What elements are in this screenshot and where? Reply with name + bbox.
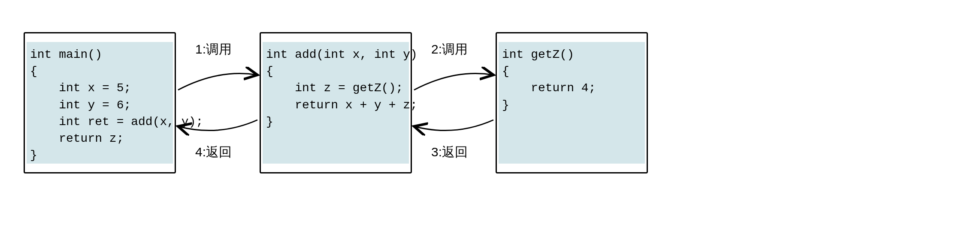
arrow-label-1: 1:调用: [195, 41, 232, 58]
arrow-label-4: 4:返回: [195, 143, 232, 161]
arrow-label-2: 2:调用: [431, 41, 468, 58]
code-box-add: int add(int x, int y) { int z = getZ(); …: [260, 32, 412, 173]
code-content-getz: int getZ() { return 4; }: [502, 46, 596, 114]
arrow-call-1: [176, 64, 260, 94]
code-box-main: int main() { int x = 5; int y = 6; int r…: [24, 32, 176, 173]
arrow-label-3: 3:返回: [431, 143, 468, 161]
arrow-return-3: [412, 116, 496, 146]
arrow-call-2: [412, 64, 496, 94]
arrow-return-4: [176, 116, 260, 146]
code-box-getz: int getZ() { return 4; }: [496, 32, 648, 173]
code-content-add: int add(int x, int y) { int z = getZ(); …: [266, 46, 417, 130]
